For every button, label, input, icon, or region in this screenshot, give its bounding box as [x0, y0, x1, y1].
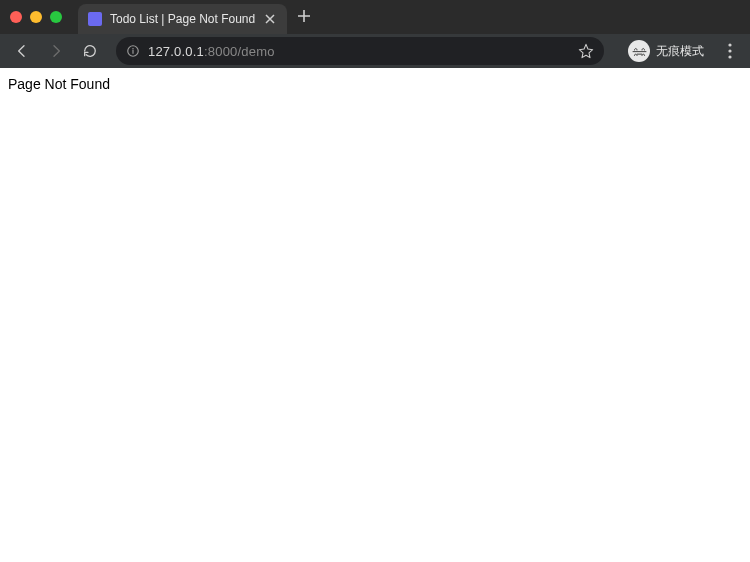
bookmark-star-icon[interactable]: [578, 43, 594, 59]
back-button[interactable]: [8, 37, 36, 65]
new-tab-button[interactable]: [297, 8, 311, 26]
svg-point-3: [728, 43, 731, 46]
window-maximize-button[interactable]: [50, 11, 62, 23]
window-minimize-button[interactable]: [30, 11, 42, 23]
page-not-found-text: Page Not Found: [8, 76, 742, 92]
window-close-button[interactable]: [10, 11, 22, 23]
browser-toolbar: 127.0.0.1:8000/demo 无痕模式: [0, 34, 750, 68]
toolbar-right-controls: 无痕模式: [622, 37, 742, 65]
window-titlebar: Todo List | Page Not Found: [0, 0, 750, 34]
site-info-icon[interactable]: [126, 44, 140, 58]
url-path: /demo: [238, 44, 275, 59]
address-bar[interactable]: 127.0.0.1:8000/demo: [116, 37, 604, 65]
tab-title: Todo List | Page Not Found: [110, 12, 255, 26]
reload-button[interactable]: [76, 37, 104, 65]
incognito-badge[interactable]: 无痕模式: [622, 37, 710, 65]
forward-button[interactable]: [42, 37, 70, 65]
window-controls: [10, 11, 62, 23]
page-content: Page Not Found: [0, 68, 750, 562]
svg-point-5: [728, 55, 731, 58]
browser-menu-button[interactable]: [718, 43, 742, 59]
incognito-label: 无痕模式: [656, 43, 704, 60]
tab-strip: Todo List | Page Not Found: [78, 0, 311, 34]
url-host: 127.0.0.1: [148, 44, 204, 59]
close-tab-button[interactable]: [263, 10, 277, 28]
browser-tab[interactable]: Todo List | Page Not Found: [78, 4, 287, 34]
url-text: 127.0.0.1:8000/demo: [148, 44, 570, 59]
svg-point-4: [728, 49, 731, 52]
incognito-icon: [628, 40, 650, 62]
url-port: :8000: [204, 44, 238, 59]
tab-favicon: [88, 12, 102, 26]
